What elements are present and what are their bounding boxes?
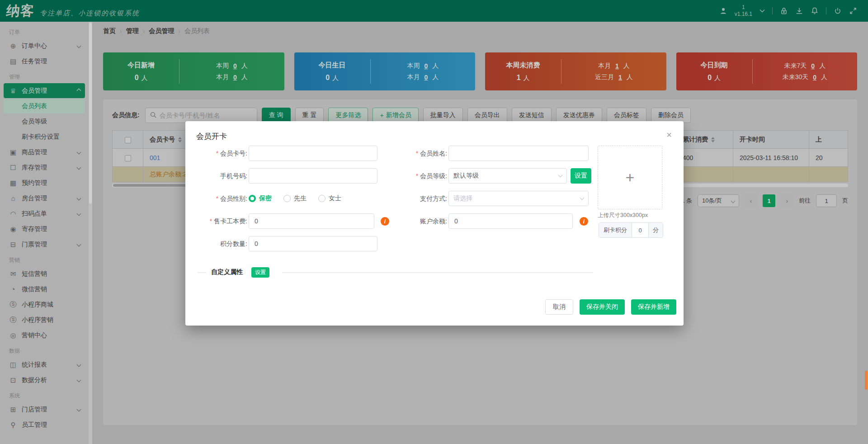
more-filter-button[interactable]: 更多筛选 xyxy=(328,108,368,123)
custom-attributes-label: 自定义属性 xyxy=(211,268,243,276)
member-level-select[interactable]: 默认等级 xyxy=(448,168,567,184)
sidebar-section-orders: 订单 xyxy=(0,24,89,38)
breadcrumb-member-management[interactable]: 会员管理 xyxy=(149,27,174,35)
bell-icon[interactable] xyxy=(811,7,819,15)
gender-option-male[interactable]: 先生 xyxy=(283,194,307,203)
pay-method-placeholder: 请选择 xyxy=(453,194,472,203)
gender-option-secret[interactable]: 保密 xyxy=(249,194,272,203)
sidebar-item-wechat-marketing[interactable]: ◔ 微信营销 xyxy=(4,282,85,297)
balance-label: 账户余额: xyxy=(380,213,447,229)
stat-sub-value[interactable]: 0 xyxy=(813,74,816,81)
sidebar-item-goods-management[interactable]: ▣ 商品管理 xyxy=(4,145,85,160)
user-icon[interactable] xyxy=(719,7,727,15)
sidebar-scrollbar-thumb[interactable] xyxy=(89,23,92,203)
reset-button[interactable]: 重 置 xyxy=(295,108,324,123)
column-total-spend[interactable]: 累计消费 xyxy=(676,131,733,149)
sort-icon[interactable] xyxy=(711,137,715,142)
fullscreen-icon[interactable] xyxy=(849,7,857,15)
next-page-button[interactable]: › xyxy=(781,194,793,207)
plus-icon: + xyxy=(380,112,383,119)
search-input[interactable] xyxy=(160,112,252,119)
member-tag-button[interactable]: 会员标签 xyxy=(607,108,646,123)
divider xyxy=(282,272,593,273)
cancel-button[interactable]: 取消 xyxy=(545,299,573,315)
card-fee-input[interactable] xyxy=(249,213,374,229)
card-number-input[interactable] xyxy=(249,146,377,161)
sidebar-item-inventory-management[interactable]: ☐ 库存管理 xyxy=(4,160,85,175)
crown-icon: ♕ xyxy=(9,87,17,95)
sidebar-item-storage-management[interactable]: ◉ 寄存管理 xyxy=(4,222,85,236)
save-and-new-button[interactable]: 保存并新增 xyxy=(631,299,676,315)
sidebar-item-data-analysis[interactable]: ⊡ 数据分析 xyxy=(4,373,85,387)
points-input[interactable] xyxy=(249,236,377,251)
account-badge: 1 xyxy=(735,4,752,11)
sidebar-item-ticket-management[interactable]: ⊟ 门票管理 xyxy=(4,237,85,252)
save-and-close-button[interactable]: 保存并关闭 xyxy=(580,299,625,315)
select-all-checkbox[interactable] xyxy=(125,137,131,143)
member-card-link[interactable]: 001 xyxy=(150,154,160,161)
delete-member-button[interactable]: 删除会员 xyxy=(651,108,691,123)
sidebar-item-staff-management[interactable]: ⚲ 员工管理 xyxy=(4,417,85,432)
level-set-button[interactable]: 设置 xyxy=(571,168,591,184)
sidebar-item-order-center[interactable]: ⊕ 订单中心 xyxy=(4,38,85,53)
phone-input[interactable] xyxy=(249,168,377,184)
sidebar-item-miniprogram-marketing[interactable]: ⓢ 小程序营销 xyxy=(4,312,85,327)
sidebar-item-task-management[interactable]: ▤ 任务管理 xyxy=(4,54,85,69)
sidebar-subitem-member-list[interactable]: 会员列表 xyxy=(4,99,85,113)
breadcrumb-home[interactable]: 首页 xyxy=(103,27,116,35)
divider xyxy=(826,7,826,14)
swipe-points-input[interactable] xyxy=(632,223,648,237)
sidebar-item-room-table-management[interactable]: ⌂ 房台管理 xyxy=(4,191,85,206)
balance-input[interactable] xyxy=(448,213,573,229)
row-checkbox[interactable] xyxy=(125,155,131,161)
member-name-input[interactable] xyxy=(448,146,589,161)
info-icon[interactable]: i xyxy=(580,217,588,226)
query-button[interactable]: 查 询 xyxy=(262,108,291,123)
goto-page-input[interactable] xyxy=(816,194,837,207)
stat-sub-value[interactable]: 0 xyxy=(811,62,815,70)
account-version-block[interactable]: 1 v1.16.1 xyxy=(735,4,752,18)
sidebar-item-member-management[interactable]: ♕ 会员管理 xyxy=(4,83,85,98)
sidebar-subitem-swipe-points[interactable]: 刷卡积分设置 xyxy=(4,129,85,144)
sidebar-subitem-member-level[interactable]: 会员等级 xyxy=(4,114,85,129)
batch-import-button[interactable]: 批量导入 xyxy=(423,108,463,123)
sidebar-item-label: 营销中心 xyxy=(22,331,47,340)
page-size-select[interactable]: 10条/页 xyxy=(698,194,739,207)
breadcrumb-separator: › xyxy=(178,28,180,35)
member-export-button[interactable]: 会员导出 xyxy=(467,108,507,123)
sort-icon[interactable] xyxy=(178,137,182,142)
stat-sub-value[interactable]: 1 xyxy=(615,62,619,70)
stat-sub-value[interactable]: 1 xyxy=(618,74,622,81)
sidebar-item-statistics-report[interactable]: ◫ 统计报表 xyxy=(4,357,85,372)
add-member-button[interactable]: + 新增会员 xyxy=(373,108,418,123)
stat-sub-value[interactable]: 0 xyxy=(424,74,428,81)
lock-icon[interactable] xyxy=(780,7,788,15)
sidebar-item-marketing-center[interactable]: ◎ 营销中心 xyxy=(4,328,85,343)
sidebar-scrollbar[interactable] xyxy=(89,22,92,444)
prev-page-button[interactable]: ‹ xyxy=(745,194,757,207)
send-sms-button[interactable]: 发送短信 xyxy=(512,108,552,123)
stat-sub-value[interactable]: 0 xyxy=(233,74,237,81)
gender-option-female[interactable]: 女士 xyxy=(318,194,341,203)
stat-sub-label: 近三月 xyxy=(595,73,614,81)
custom-attributes-set-button[interactable]: 设置 xyxy=(251,267,269,278)
stat-sub-value[interactable]: 0 xyxy=(233,62,237,70)
sidebar-item-scan-order[interactable]: ◠ 扫码点单 xyxy=(4,206,85,221)
current-page-button[interactable]: 1 xyxy=(763,194,775,207)
send-coupon-button[interactable]: 发送优惠券 xyxy=(556,108,602,123)
sidebar-item-sms-marketing[interactable]: ✉ 短信营销 xyxy=(4,266,85,281)
page-scrollbar-thumb[interactable] xyxy=(865,371,868,390)
breadcrumb-management[interactable]: 管理 xyxy=(126,27,139,35)
chevron-down-icon[interactable] xyxy=(760,9,765,13)
sidebar-item-label: 小程序营销 xyxy=(22,316,53,324)
avatar-upload-box[interactable]: + xyxy=(598,146,662,209)
sidebar-item-miniprogram-mall[interactable]: ⓢ 小程序商城 xyxy=(4,297,85,312)
goto-label: 前往 xyxy=(799,197,811,205)
close-icon[interactable]: × xyxy=(666,130,672,139)
power-icon[interactable] xyxy=(834,7,842,15)
download-icon[interactable] xyxy=(795,7,803,15)
sidebar-item-reservation-management[interactable]: ▦ 预约管理 xyxy=(4,175,85,190)
pay-method-select[interactable]: 请选择 xyxy=(448,191,589,206)
sidebar-item-store-management[interactable]: ⊞ 门店管理 xyxy=(4,402,85,417)
stat-sub-value[interactable]: 0 xyxy=(424,62,428,70)
